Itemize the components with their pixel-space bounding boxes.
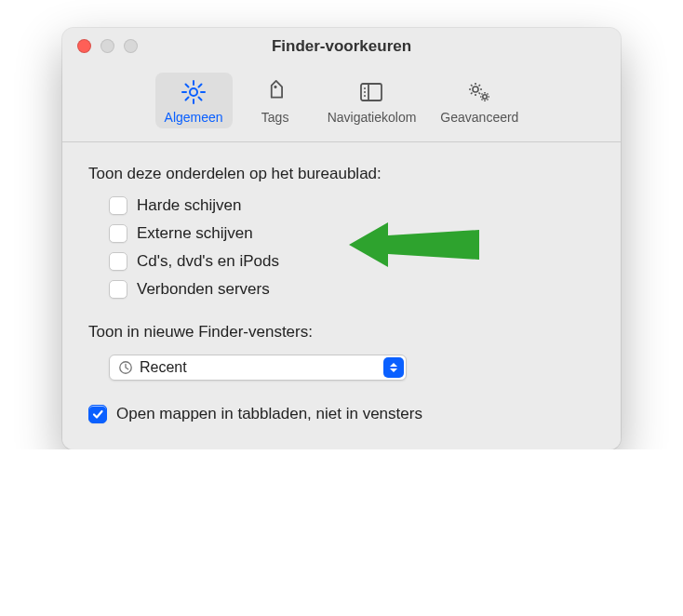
svg-point-5 — [364, 91, 366, 93]
checkbox-row-external-drives: Externe schijven — [109, 224, 595, 243]
minimize-button — [100, 39, 114, 53]
tab-sidebar[interactable]: Navigatiekolom — [318, 73, 426, 128]
checkbox-open-in-tabs[interactable] — [88, 405, 107, 423]
svg-point-8 — [483, 95, 487, 99]
gear-icon — [180, 78, 208, 106]
checkbox-row-servers: Verbonden servers — [109, 280, 595, 299]
tab-label: Tags — [261, 110, 289, 125]
checkbox-label: Externe schijven — [137, 224, 253, 243]
tab-label: Navigatiekolom — [328, 110, 417, 125]
svg-point-4 — [364, 87, 366, 89]
tab-general[interactable]: Algemeen — [155, 73, 233, 128]
tab-label: Geavanceerd — [440, 110, 518, 125]
new-window-dropdown[interactable]: Recent — [109, 355, 407, 381]
sidebar-icon — [357, 78, 385, 106]
dropdown-value: Recent — [140, 359, 187, 376]
tag-icon — [261, 78, 289, 106]
toolbar: Algemeen Tags Navigatiekolo — [62, 65, 621, 142]
svg-point-7 — [473, 87, 478, 92]
tab-tags[interactable]: Tags — [238, 73, 313, 128]
svg-point-0 — [190, 88, 197, 96]
zoom-button — [124, 39, 138, 53]
checkbox-label: Cd's, dvd's en iPods — [137, 252, 279, 271]
svg-point-1 — [273, 85, 277, 89]
checkbox-row-hard-drives: Harde schijven — [109, 196, 595, 215]
gears-icon — [465, 78, 493, 106]
tabs-checkbox-row: Open mappen in tabbladen, niet in venste… — [88, 405, 595, 423]
checkbox-label: Harde schijven — [137, 196, 241, 215]
traffic-lights — [62, 39, 138, 53]
preferences-window: Finder-voorkeuren Algemeen Tags — [62, 28, 621, 449]
titlebar: Finder-voorkeuren — [62, 28, 621, 65]
svg-point-6 — [364, 95, 366, 97]
checkbox-label: Open mappen in tabbladen, niet in venste… — [116, 405, 422, 423]
checkbox-servers[interactable] — [109, 280, 127, 299]
clock-icon — [117, 359, 134, 376]
window-title: Finder-voorkeuren — [62, 37, 621, 56]
new-window-heading: Toon in nieuwe Finder-vensters: — [88, 323, 595, 341]
desktop-items-list: Harde schijven Externe schijven Cd's, dv… — [109, 196, 595, 299]
content-pane: Toon deze onderdelen op het bureaublad: … — [62, 142, 621, 449]
dropdown-arrows-icon — [383, 357, 404, 378]
new-window-section: Toon in nieuwe Finder-vensters: Recent — [88, 323, 595, 381]
tab-label: Algemeen — [165, 110, 223, 125]
desktop-items-heading: Toon deze onderdelen op het bureaublad: — [88, 165, 595, 183]
close-button[interactable] — [77, 39, 91, 53]
checkbox-cds[interactable] — [109, 252, 127, 271]
checkbox-external-drives[interactable] — [109, 224, 127, 243]
checkbox-row-cds: Cd's, dvd's en iPods — [109, 252, 595, 271]
tab-advanced[interactable]: Geavanceerd — [431, 73, 528, 128]
checkbox-label: Verbonden servers — [137, 280, 270, 299]
checkbox-hard-drives[interactable] — [109, 196, 127, 215]
